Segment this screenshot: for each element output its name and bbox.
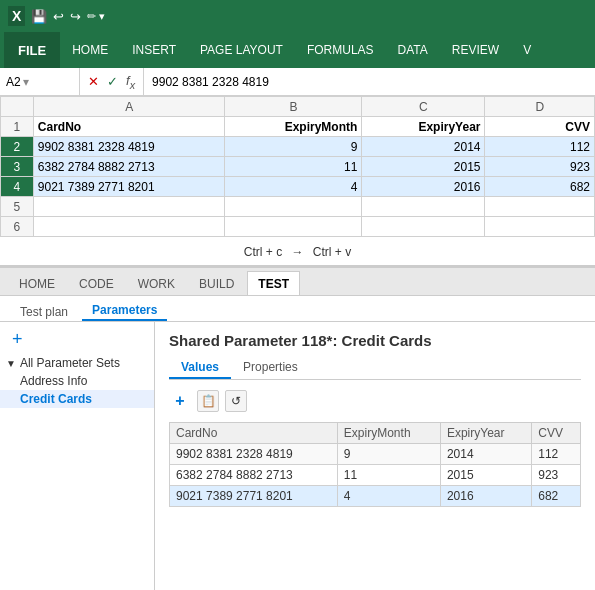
cell-cardno[interactable]: 6382 2784 8882 2713 bbox=[170, 465, 338, 486]
cell-a2[interactable]: 9902 8381 2328 4819 bbox=[33, 137, 225, 157]
ide-tab-code[interactable]: CODE bbox=[68, 271, 125, 295]
ide-tab-work[interactable]: WORK bbox=[127, 271, 186, 295]
ribbon-tab-insert[interactable]: INSERT bbox=[120, 32, 188, 68]
col-header-expirymonth: ExpiryMonth bbox=[337, 423, 440, 444]
undo-icon[interactable]: ↩ bbox=[53, 9, 64, 24]
cell-c6[interactable] bbox=[362, 217, 485, 237]
ribbon-tab-v[interactable]: V bbox=[511, 32, 543, 68]
table-row[interactable]: 5 bbox=[1, 197, 595, 217]
ribbon-tab-home[interactable]: HOME bbox=[60, 32, 120, 68]
cell-a4[interactable]: 9021 7389 2771 8201 bbox=[33, 177, 225, 197]
function-icon[interactable]: fx bbox=[124, 73, 137, 91]
cell-expiryyear[interactable]: 2015 bbox=[440, 465, 531, 486]
cell-cardno[interactable]: 9902 8381 2328 4819 bbox=[170, 444, 338, 465]
ribbon-tab-pagelayout[interactable]: PAGE LAYOUT bbox=[188, 32, 295, 68]
col-header-b[interactable]: B bbox=[225, 97, 362, 117]
ribbon-tab-data[interactable]: DATA bbox=[386, 32, 440, 68]
cell-d5[interactable] bbox=[485, 197, 595, 217]
content-tab-values[interactable]: Values bbox=[169, 357, 231, 379]
ide-tab-test[interactable]: TEST bbox=[247, 271, 300, 295]
cell-b2[interactable]: 9 bbox=[225, 137, 362, 157]
ide-section: HOME CODE WORK BUILD TEST Test plan Para… bbox=[0, 268, 595, 590]
ide-body: + ▼ All Parameter Sets Address Info Cred… bbox=[0, 322, 595, 590]
cell-a1[interactable]: CardNo bbox=[33, 117, 225, 137]
sidebar-group-header[interactable]: ▼ All Parameter Sets bbox=[0, 354, 154, 372]
cell-reference[interactable]: A2 ▾ bbox=[0, 68, 80, 95]
cell-cvv[interactable]: 923 bbox=[532, 465, 581, 486]
ide-main-tabs: HOME CODE WORK BUILD TEST bbox=[0, 268, 595, 296]
table-row[interactable]: 3 6382 2784 8882 2713 11 2015 923 bbox=[1, 157, 595, 177]
cell-a5[interactable] bbox=[33, 197, 225, 217]
main-content: Shared Parameter 118*: Credit Cards Valu… bbox=[155, 322, 595, 590]
cell-b4[interactable]: 4 bbox=[225, 177, 362, 197]
ribbon-tab-formulas[interactable]: FORMULAS bbox=[295, 32, 386, 68]
sidebar: + ▼ All Parameter Sets Address Info Cred… bbox=[0, 322, 155, 590]
col-header-c[interactable]: C bbox=[362, 97, 485, 117]
cell-expiryyear[interactable]: 2016 bbox=[440, 486, 531, 507]
ide-tab-home[interactable]: HOME bbox=[8, 271, 66, 295]
table-row[interactable]: 6 bbox=[1, 217, 595, 237]
col-header-expiryyear: ExpiryYear bbox=[440, 423, 531, 444]
cell-cardno[interactable]: 9021 7389 2771 8201 bbox=[170, 486, 338, 507]
list-item[interactable]: 9902 8381 2328 4819 9 2014 112 bbox=[170, 444, 581, 465]
cell-cvv[interactable]: 682 bbox=[532, 486, 581, 507]
paste-button[interactable]: 📋 bbox=[197, 390, 219, 412]
file-tab[interactable]: FILE bbox=[4, 32, 60, 68]
col-header-d[interactable]: D bbox=[485, 97, 595, 117]
sidebar-add-button[interactable]: + bbox=[0, 328, 154, 350]
cell-c1[interactable]: ExpiryYear bbox=[362, 117, 485, 137]
cell-d1[interactable]: CVV bbox=[485, 117, 595, 137]
formula-icons: ✕ ✓ fx bbox=[80, 68, 144, 95]
save-icon[interactable]: 💾 bbox=[31, 9, 47, 24]
cell-d3[interactable]: 923 bbox=[485, 157, 595, 177]
row-header-3: 3 bbox=[1, 157, 34, 177]
ide-subtab-testplan[interactable]: Test plan bbox=[10, 303, 78, 321]
col-header-cardno: CardNo bbox=[170, 423, 338, 444]
row-header-1: 1 bbox=[1, 117, 34, 137]
excel-logo-icon: X bbox=[8, 6, 25, 26]
redo-icon[interactable]: ↪ bbox=[70, 9, 81, 24]
confirm-formula-icon[interactable]: ✓ bbox=[105, 74, 120, 89]
table-row[interactable]: 2 9902 8381 2328 4819 9 2014 112 bbox=[1, 137, 595, 157]
formula-bar: A2 ▾ ✕ ✓ fx 9902 8381 2328 4819 bbox=[0, 68, 595, 96]
cell-d4[interactable]: 682 bbox=[485, 177, 595, 197]
add-row-button[interactable]: + bbox=[169, 390, 191, 412]
cell-c3[interactable]: 2015 bbox=[362, 157, 485, 177]
cell-a3[interactable]: 6382 2784 8882 2713 bbox=[33, 157, 225, 177]
col-header-a[interactable]: A bbox=[33, 97, 225, 117]
copy-hint: Ctrl + c → Ctrl + v bbox=[0, 237, 595, 266]
cell-expiryyear[interactable]: 2014 bbox=[440, 444, 531, 465]
cell-a6[interactable] bbox=[33, 217, 225, 237]
cell-expirymonth[interactable]: 9 bbox=[337, 444, 440, 465]
cell-expirymonth[interactable]: 4 bbox=[337, 486, 440, 507]
sheet-table: A B C D 1 CardNo ExpiryMonth ExpiryYear … bbox=[0, 96, 595, 237]
cell-d2[interactable]: 112 bbox=[485, 137, 595, 157]
formula-input[interactable]: 9902 8381 2328 4819 bbox=[144, 68, 595, 95]
main-title: Shared Parameter 118*: Credit Cards bbox=[169, 332, 581, 349]
cell-expirymonth[interactable]: 11 bbox=[337, 465, 440, 486]
ide-subtab-parameters[interactable]: Parameters bbox=[82, 301, 167, 321]
cell-c4[interactable]: 2016 bbox=[362, 177, 485, 197]
cell-cvv[interactable]: 112 bbox=[532, 444, 581, 465]
arrow-icon: → bbox=[292, 245, 304, 259]
content-tab-properties[interactable]: Properties bbox=[231, 357, 310, 379]
customize-icon[interactable]: ✏ ▾ bbox=[87, 10, 105, 23]
cell-d6[interactable] bbox=[485, 217, 595, 237]
cell-c2[interactable]: 2014 bbox=[362, 137, 485, 157]
sidebar-item-creditcards[interactable]: Credit Cards bbox=[0, 390, 154, 408]
ide-tab-build[interactable]: BUILD bbox=[188, 271, 245, 295]
sidebar-item-addressinfo[interactable]: Address Info bbox=[0, 372, 154, 390]
refresh-button[interactable]: ↺ bbox=[225, 390, 247, 412]
list-item[interactable]: 6382 2784 8882 2713 11 2015 923 bbox=[170, 465, 581, 486]
corner-header bbox=[1, 97, 34, 117]
cell-c5[interactable] bbox=[362, 197, 485, 217]
ribbon-tab-review[interactable]: REVIEW bbox=[440, 32, 511, 68]
cell-b5[interactable] bbox=[225, 197, 362, 217]
cell-b6[interactable] bbox=[225, 217, 362, 237]
table-row[interactable]: 4 9021 7389 2771 8201 4 2016 682 bbox=[1, 177, 595, 197]
cancel-formula-icon[interactable]: ✕ bbox=[86, 74, 101, 89]
spreadsheet: A B C D 1 CardNo ExpiryMonth ExpiryYear … bbox=[0, 96, 595, 237]
cell-b1[interactable]: ExpiryMonth bbox=[225, 117, 362, 137]
cell-b3[interactable]: 11 bbox=[225, 157, 362, 177]
list-item[interactable]: 9021 7389 2771 8201 4 2016 682 bbox=[170, 486, 581, 507]
